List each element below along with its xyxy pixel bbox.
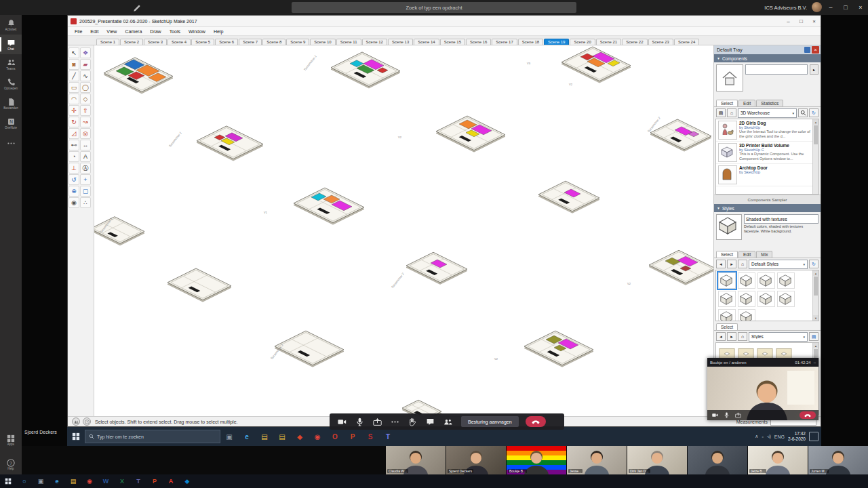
collections-combo[interactable]: Styles▾ bbox=[749, 332, 808, 342]
participant-tile[interactable]: Claudia W... bbox=[386, 446, 446, 474]
share-button[interactable] bbox=[369, 415, 385, 428]
styles-grid[interactable]: ▲▼ bbox=[715, 270, 819, 321]
pin-icon[interactable] bbox=[804, 47, 810, 53]
scene-tab-13[interactable]: Scene 13 bbox=[388, 39, 413, 45]
app-red-icon[interactable]: ◆ bbox=[291, 427, 309, 446]
menu-camera[interactable]: Camera bbox=[121, 29, 146, 34]
sidebar-item-files[interactable]: Bestanden bbox=[0, 94, 22, 113]
scene-tab-9[interactable]: Scene 9 bbox=[286, 39, 309, 45]
chat-button[interactable] bbox=[422, 415, 438, 428]
home-button[interactable]: ⌂ bbox=[738, 260, 747, 268]
mic-button[interactable] bbox=[351, 415, 368, 428]
sidebar-item-teams[interactable]: Teams bbox=[0, 54, 22, 74]
view-options-button[interactable]: ▤ bbox=[716, 108, 726, 117]
refresh-icon[interactable]: ↻ bbox=[809, 260, 818, 268]
protractor-tool[interactable]: ◔ bbox=[68, 151, 79, 162]
share-icon[interactable] bbox=[733, 411, 743, 419]
pan-tool[interactable]: + bbox=[80, 174, 91, 185]
search-icon[interactable]: ○ bbox=[16, 474, 33, 488]
request-control-button[interactable]: Besturing aanvragen bbox=[461, 416, 519, 427]
components-list[interactable]: 2D Girls Dogby SketchUpUse the Interact … bbox=[715, 119, 819, 195]
component-author-link[interactable]: by SketchUp bbox=[739, 170, 768, 174]
scene-tab-19[interactable]: Scene 19 bbox=[544, 39, 569, 45]
teams-icon[interactable]: T bbox=[130, 474, 146, 488]
teams-search-input[interactable]: Zoek of typ een opdracht bbox=[292, 2, 576, 13]
style-thumbnail[interactable] bbox=[738, 291, 755, 307]
sidebar-item-chat[interactable]: Chat bbox=[0, 35, 22, 54]
teams-icon[interactable]: T bbox=[379, 427, 397, 446]
rectangle-tool[interactable]: ▭ bbox=[68, 82, 79, 93]
scene-tab-4[interactable]: Scene 4 bbox=[167, 39, 191, 45]
sidebar-item-activity[interactable]: Activiteit bbox=[0, 15, 22, 35]
float-hangup-button[interactable] bbox=[800, 411, 816, 419]
opera-icon[interactable]: O bbox=[326, 427, 344, 446]
styles-scrollbar[interactable]: ▲▼ bbox=[812, 270, 818, 321]
start-button[interactable] bbox=[67, 427, 85, 446]
edge-icon[interactable]: e bbox=[238, 427, 256, 446]
tab-select[interactable]: Select bbox=[716, 251, 738, 258]
make-component-tool[interactable]: ❖ bbox=[80, 47, 91, 58]
help-icon[interactable]: ? bbox=[83, 418, 91, 426]
styles-collection-combo[interactable]: Default Styles▾ bbox=[749, 260, 808, 269]
scene-tab-16[interactable]: Scene 16 bbox=[466, 39, 491, 45]
components-footer[interactable]: Components Sampler bbox=[714, 195, 821, 204]
volume-icon[interactable]: ◃) bbox=[767, 434, 771, 439]
scene-tab-12[interactable]: Scene 12 bbox=[362, 39, 387, 45]
participant-tile[interactable]: Boukje B... bbox=[507, 446, 566, 474]
orbit-tool[interactable]: ↺ bbox=[68, 174, 79, 185]
circle-tool[interactable]: ◯ bbox=[80, 82, 91, 93]
follow-me-tool[interactable]: ↝ bbox=[80, 117, 91, 127]
powerpoint-icon[interactable]: P bbox=[146, 474, 163, 488]
chrome-icon[interactable]: ◉ bbox=[81, 474, 98, 488]
scene-tab-21[interactable]: Scene 21 bbox=[596, 39, 621, 45]
push-pull-tool[interactable]: ⇧ bbox=[80, 105, 91, 116]
forward-arrow-icon[interactable]: ▸ bbox=[727, 260, 736, 268]
edge-icon[interactable]: e bbox=[49, 474, 65, 488]
sidebar-item-apps[interactable]: Apps bbox=[0, 430, 22, 449]
zoom-extents-tool[interactable]: ▢ bbox=[80, 186, 91, 197]
participant-tile[interactable]: Jurren M... bbox=[808, 446, 868, 474]
menu-draw[interactable]: Draw bbox=[146, 29, 165, 34]
component-item[interactable]: Archtop Doorby SketchUp bbox=[716, 164, 818, 186]
scene-tab-18[interactable]: Scene 18 bbox=[518, 39, 543, 45]
3d-text-tool[interactable]: Ⓐ bbox=[80, 163, 91, 174]
excel-icon[interactable]: X bbox=[114, 474, 130, 488]
dimension-tool[interactable]: ↔ bbox=[80, 140, 91, 150]
scene-tab-15[interactable]: Scene 15 bbox=[440, 39, 465, 45]
scene-tab-23[interactable]: Scene 23 bbox=[648, 39, 673, 45]
walk-tool[interactable]: ∴ bbox=[80, 197, 91, 208]
menu-tools[interactable]: Tools bbox=[165, 29, 184, 34]
folder-icon[interactable]: ▤ bbox=[273, 427, 291, 446]
style-thumbnail[interactable] bbox=[757, 291, 775, 307]
scene-tab-3[interactable]: Scene 3 bbox=[144, 39, 167, 45]
style-name-field[interactable]: Shaded with textures bbox=[744, 214, 818, 224]
tab-edit[interactable]: Edit bbox=[738, 251, 755, 258]
menu-view[interactable]: View bbox=[102, 29, 121, 34]
word-icon[interactable]: W bbox=[98, 474, 114, 488]
su-minimize-button[interactable]: – bbox=[782, 16, 795, 26]
sidebar-item-help[interactable]: ?Help bbox=[0, 454, 22, 474]
windows-search-input[interactable]: Typ hier om te zoeken bbox=[85, 430, 220, 443]
polygon-tool[interactable]: ◇ bbox=[80, 94, 91, 104]
su-maximize-button[interactable]: □ bbox=[795, 16, 808, 26]
styles-section-header[interactable]: ▼ Styles bbox=[714, 204, 821, 212]
action-center-icon[interactable] bbox=[809, 432, 818, 441]
scene-tab-24[interactable]: Scene 24 bbox=[674, 39, 699, 45]
text-tool[interactable]: A bbox=[80, 151, 91, 162]
tab-select[interactable]: Select bbox=[716, 100, 738, 106]
chrome-icon[interactable]: ◉ bbox=[309, 427, 326, 446]
component-item[interactable]: 2D Girls Dogby SketchUpUse the Interact … bbox=[716, 119, 818, 142]
warehouse-search-combo[interactable]: 3D Warehouse▾ bbox=[738, 108, 797, 118]
menu-window[interactable]: Window bbox=[184, 29, 210, 34]
app-blue-icon[interactable]: ◆ bbox=[179, 474, 195, 488]
details-icon[interactable]: ▤ bbox=[809, 332, 818, 341]
sidebar-item-onenote[interactable]: NOneNote bbox=[0, 113, 22, 133]
tab-edit[interactable]: Edit bbox=[738, 100, 755, 106]
position-camera-tool[interactable]: ◉ bbox=[68, 197, 79, 208]
scene-tab-11[interactable]: Scene 11 bbox=[336, 39, 361, 45]
offset-tool[interactable]: ◎ bbox=[80, 128, 91, 139]
component-item[interactable]: 3D Printer Build Volumeby SketchUp CThis… bbox=[716, 142, 818, 164]
tab-select[interactable]: Select bbox=[716, 323, 738, 330]
acrobat-icon[interactable]: A bbox=[163, 474, 179, 488]
scene-tab-20[interactable]: Scene 20 bbox=[570, 39, 595, 45]
